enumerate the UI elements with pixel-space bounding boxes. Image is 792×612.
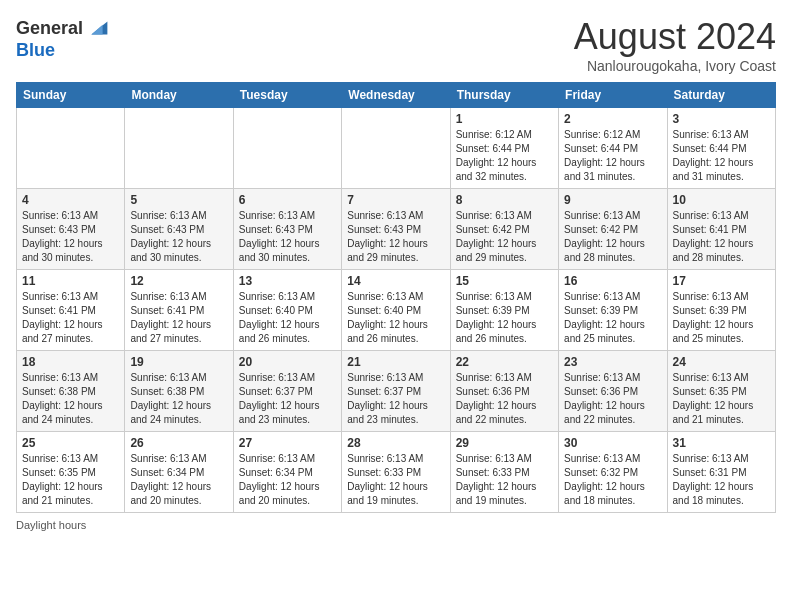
day-info: Sunrise: 6:13 AM Sunset: 6:43 PM Dayligh… bbox=[239, 209, 336, 265]
day-info: Sunrise: 6:13 AM Sunset: 6:34 PM Dayligh… bbox=[239, 452, 336, 508]
calendar-cell: 23Sunrise: 6:13 AM Sunset: 6:36 PM Dayli… bbox=[559, 351, 667, 432]
day-info: Sunrise: 6:12 AM Sunset: 6:44 PM Dayligh… bbox=[564, 128, 661, 184]
day-info: Sunrise: 6:13 AM Sunset: 6:33 PM Dayligh… bbox=[347, 452, 444, 508]
calendar-week-4: 18Sunrise: 6:13 AM Sunset: 6:38 PM Dayli… bbox=[17, 351, 776, 432]
calendar-week-2: 4Sunrise: 6:13 AM Sunset: 6:43 PM Daylig… bbox=[17, 189, 776, 270]
day-number: 22 bbox=[456, 355, 553, 369]
day-info: Sunrise: 6:13 AM Sunset: 6:42 PM Dayligh… bbox=[456, 209, 553, 265]
calendar-week-1: 1Sunrise: 6:12 AM Sunset: 6:44 PM Daylig… bbox=[17, 108, 776, 189]
calendar-week-3: 11Sunrise: 6:13 AM Sunset: 6:41 PM Dayli… bbox=[17, 270, 776, 351]
day-info: Sunrise: 6:13 AM Sunset: 6:41 PM Dayligh… bbox=[22, 290, 119, 346]
logo-blue-text: Blue bbox=[16, 40, 55, 61]
day-info: Sunrise: 6:13 AM Sunset: 6:37 PM Dayligh… bbox=[347, 371, 444, 427]
day-number: 3 bbox=[673, 112, 770, 126]
day-info: Sunrise: 6:13 AM Sunset: 6:34 PM Dayligh… bbox=[130, 452, 227, 508]
calendar-cell: 4Sunrise: 6:13 AM Sunset: 6:43 PM Daylig… bbox=[17, 189, 125, 270]
location: Nanlourougokaha, Ivory Coast bbox=[574, 58, 776, 74]
day-info: Sunrise: 6:13 AM Sunset: 6:41 PM Dayligh… bbox=[130, 290, 227, 346]
logo: General Blue bbox=[16, 16, 109, 61]
calendar-cell: 28Sunrise: 6:13 AM Sunset: 6:33 PM Dayli… bbox=[342, 432, 450, 513]
day-info: Sunrise: 6:13 AM Sunset: 6:35 PM Dayligh… bbox=[22, 452, 119, 508]
footer: Daylight hours bbox=[16, 519, 776, 531]
day-info: Sunrise: 6:13 AM Sunset: 6:40 PM Dayligh… bbox=[239, 290, 336, 346]
day-info: Sunrise: 6:13 AM Sunset: 6:36 PM Dayligh… bbox=[564, 371, 661, 427]
day-number: 10 bbox=[673, 193, 770, 207]
day-number: 20 bbox=[239, 355, 336, 369]
day-number: 11 bbox=[22, 274, 119, 288]
day-number: 29 bbox=[456, 436, 553, 450]
day-info: Sunrise: 6:13 AM Sunset: 6:33 PM Dayligh… bbox=[456, 452, 553, 508]
day-info: Sunrise: 6:13 AM Sunset: 6:32 PM Dayligh… bbox=[564, 452, 661, 508]
calendar-cell: 21Sunrise: 6:13 AM Sunset: 6:37 PM Dayli… bbox=[342, 351, 450, 432]
calendar-header-friday: Friday bbox=[559, 83, 667, 108]
day-info: Sunrise: 6:13 AM Sunset: 6:41 PM Dayligh… bbox=[673, 209, 770, 265]
day-number: 25 bbox=[22, 436, 119, 450]
day-number: 26 bbox=[130, 436, 227, 450]
footer-text: Daylight hours bbox=[16, 519, 86, 531]
day-number: 9 bbox=[564, 193, 661, 207]
day-number: 23 bbox=[564, 355, 661, 369]
calendar-cell: 8Sunrise: 6:13 AM Sunset: 6:42 PM Daylig… bbox=[450, 189, 558, 270]
calendar-header-thursday: Thursday bbox=[450, 83, 558, 108]
calendar-cell: 25Sunrise: 6:13 AM Sunset: 6:35 PM Dayli… bbox=[17, 432, 125, 513]
day-info: Sunrise: 6:13 AM Sunset: 6:37 PM Dayligh… bbox=[239, 371, 336, 427]
day-info: Sunrise: 6:13 AM Sunset: 6:39 PM Dayligh… bbox=[456, 290, 553, 346]
calendar-cell: 7Sunrise: 6:13 AM Sunset: 6:43 PM Daylig… bbox=[342, 189, 450, 270]
calendar-cell: 31Sunrise: 6:13 AM Sunset: 6:31 PM Dayli… bbox=[667, 432, 775, 513]
day-number: 2 bbox=[564, 112, 661, 126]
day-info: Sunrise: 6:13 AM Sunset: 6:36 PM Dayligh… bbox=[456, 371, 553, 427]
day-number: 13 bbox=[239, 274, 336, 288]
calendar-cell: 29Sunrise: 6:13 AM Sunset: 6:33 PM Dayli… bbox=[450, 432, 558, 513]
day-number: 8 bbox=[456, 193, 553, 207]
day-info: Sunrise: 6:13 AM Sunset: 6:43 PM Dayligh… bbox=[347, 209, 444, 265]
title-area: August 2024 Nanlourougokaha, Ivory Coast bbox=[574, 16, 776, 74]
day-info: Sunrise: 6:13 AM Sunset: 6:42 PM Dayligh… bbox=[564, 209, 661, 265]
day-number: 5 bbox=[130, 193, 227, 207]
day-info: Sunrise: 6:13 AM Sunset: 6:38 PM Dayligh… bbox=[130, 371, 227, 427]
day-info: Sunrise: 6:13 AM Sunset: 6:39 PM Dayligh… bbox=[673, 290, 770, 346]
calendar-cell: 19Sunrise: 6:13 AM Sunset: 6:38 PM Dayli… bbox=[125, 351, 233, 432]
calendar-header-tuesday: Tuesday bbox=[233, 83, 341, 108]
calendar-cell: 10Sunrise: 6:13 AM Sunset: 6:41 PM Dayli… bbox=[667, 189, 775, 270]
day-info: Sunrise: 6:13 AM Sunset: 6:31 PM Dayligh… bbox=[673, 452, 770, 508]
calendar-header-wednesday: Wednesday bbox=[342, 83, 450, 108]
calendar-cell bbox=[17, 108, 125, 189]
day-number: 27 bbox=[239, 436, 336, 450]
calendar-cell: 13Sunrise: 6:13 AM Sunset: 6:40 PM Dayli… bbox=[233, 270, 341, 351]
calendar-cell: 17Sunrise: 6:13 AM Sunset: 6:39 PM Dayli… bbox=[667, 270, 775, 351]
calendar-header-saturday: Saturday bbox=[667, 83, 775, 108]
calendar-cell: 16Sunrise: 6:13 AM Sunset: 6:39 PM Dayli… bbox=[559, 270, 667, 351]
calendar-cell: 1Sunrise: 6:12 AM Sunset: 6:44 PM Daylig… bbox=[450, 108, 558, 189]
day-info: Sunrise: 6:13 AM Sunset: 6:39 PM Dayligh… bbox=[564, 290, 661, 346]
calendar-cell: 26Sunrise: 6:13 AM Sunset: 6:34 PM Dayli… bbox=[125, 432, 233, 513]
calendar-cell: 30Sunrise: 6:13 AM Sunset: 6:32 PM Dayli… bbox=[559, 432, 667, 513]
day-number: 17 bbox=[673, 274, 770, 288]
day-info: Sunrise: 6:13 AM Sunset: 6:44 PM Dayligh… bbox=[673, 128, 770, 184]
day-number: 31 bbox=[673, 436, 770, 450]
calendar-cell: 11Sunrise: 6:13 AM Sunset: 6:41 PM Dayli… bbox=[17, 270, 125, 351]
calendar-cell: 27Sunrise: 6:13 AM Sunset: 6:34 PM Dayli… bbox=[233, 432, 341, 513]
calendar-cell bbox=[233, 108, 341, 189]
calendar-cell: 24Sunrise: 6:13 AM Sunset: 6:35 PM Dayli… bbox=[667, 351, 775, 432]
day-number: 1 bbox=[456, 112, 553, 126]
day-number: 24 bbox=[673, 355, 770, 369]
calendar-cell bbox=[125, 108, 233, 189]
day-number: 12 bbox=[130, 274, 227, 288]
day-number: 16 bbox=[564, 274, 661, 288]
calendar-cell: 14Sunrise: 6:13 AM Sunset: 6:40 PM Dayli… bbox=[342, 270, 450, 351]
calendar-cell: 9Sunrise: 6:13 AM Sunset: 6:42 PM Daylig… bbox=[559, 189, 667, 270]
day-number: 7 bbox=[347, 193, 444, 207]
day-number: 19 bbox=[130, 355, 227, 369]
day-number: 21 bbox=[347, 355, 444, 369]
page-header: General Blue August 2024 Nanlourougokaha… bbox=[16, 16, 776, 74]
day-number: 6 bbox=[239, 193, 336, 207]
calendar-table: SundayMondayTuesdayWednesdayThursdayFrid… bbox=[16, 82, 776, 513]
day-info: Sunrise: 6:13 AM Sunset: 6:35 PM Dayligh… bbox=[673, 371, 770, 427]
logo-general-text: General bbox=[16, 18, 83, 39]
calendar-cell: 3Sunrise: 6:13 AM Sunset: 6:44 PM Daylig… bbox=[667, 108, 775, 189]
day-info: Sunrise: 6:13 AM Sunset: 6:40 PM Dayligh… bbox=[347, 290, 444, 346]
calendar-cell: 2Sunrise: 6:12 AM Sunset: 6:44 PM Daylig… bbox=[559, 108, 667, 189]
calendar-cell: 20Sunrise: 6:13 AM Sunset: 6:37 PM Dayli… bbox=[233, 351, 341, 432]
calendar-header-sunday: Sunday bbox=[17, 83, 125, 108]
day-number: 15 bbox=[456, 274, 553, 288]
